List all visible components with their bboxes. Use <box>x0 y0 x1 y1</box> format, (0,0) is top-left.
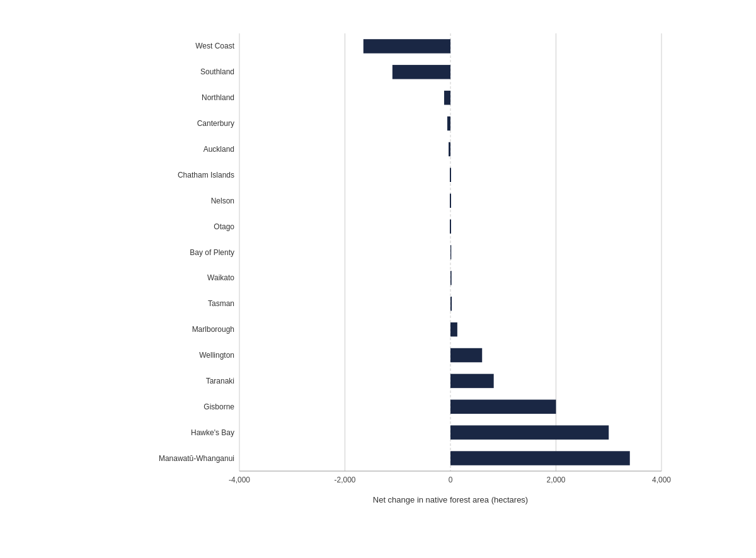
svg-text:Wellington: Wellington <box>199 351 234 360</box>
svg-rect-15 <box>444 91 450 105</box>
svg-text:0: 0 <box>449 475 453 484</box>
svg-text:Manawatū-Whanganui: Manawatū-Whanganui <box>159 454 234 463</box>
chart-container: -4,000-2,00002,0004,000Net change in nat… <box>32 14 724 544</box>
svg-rect-37 <box>450 374 494 388</box>
svg-text:Gisborne: Gisborne <box>203 402 234 411</box>
svg-text:Net change in native forest ar: Net change in native forest area (hectar… <box>373 495 528 504</box>
svg-rect-33 <box>450 322 457 336</box>
svg-text:4,000: 4,000 <box>652 475 671 484</box>
svg-text:2,000: 2,000 <box>546 475 565 484</box>
svg-rect-39 <box>450 400 556 414</box>
svg-text:Hawke's Bay: Hawke's Bay <box>191 428 234 437</box>
svg-text:Canterbury: Canterbury <box>197 119 234 128</box>
svg-rect-31 <box>450 297 452 310</box>
svg-rect-11 <box>364 39 450 53</box>
svg-rect-13 <box>392 65 450 79</box>
svg-text:Bay of Plenty: Bay of Plenty <box>190 248 234 257</box>
svg-text:Otago: Otago <box>214 222 234 231</box>
svg-text:Auckland: Auckland <box>203 145 234 154</box>
svg-rect-19 <box>449 142 450 156</box>
svg-text:Southland: Southland <box>200 67 234 76</box>
svg-text:Marlborough: Marlborough <box>192 325 234 334</box>
svg-text:Waikato: Waikato <box>207 273 234 282</box>
svg-rect-41 <box>450 425 609 439</box>
svg-text:Nelson: Nelson <box>211 196 234 205</box>
svg-text:-4,000: -4,000 <box>229 475 250 484</box>
svg-rect-27 <box>450 245 451 259</box>
svg-text:-2,000: -2,000 <box>334 475 355 484</box>
svg-text:Taranaki: Taranaki <box>206 377 234 385</box>
svg-rect-35 <box>450 348 482 362</box>
svg-text:Northland: Northland <box>202 93 234 102</box>
svg-text:Chatham Islands: Chatham Islands <box>178 171 234 179</box>
svg-rect-17 <box>447 117 450 130</box>
svg-rect-29 <box>450 271 452 285</box>
bar-chart: -4,000-2,00002,0004,000Net change in nat… <box>145 27 687 506</box>
svg-text:Tasman: Tasman <box>208 299 234 308</box>
svg-rect-43 <box>450 451 630 465</box>
svg-text:West Coast: West Coast <box>195 42 234 50</box>
